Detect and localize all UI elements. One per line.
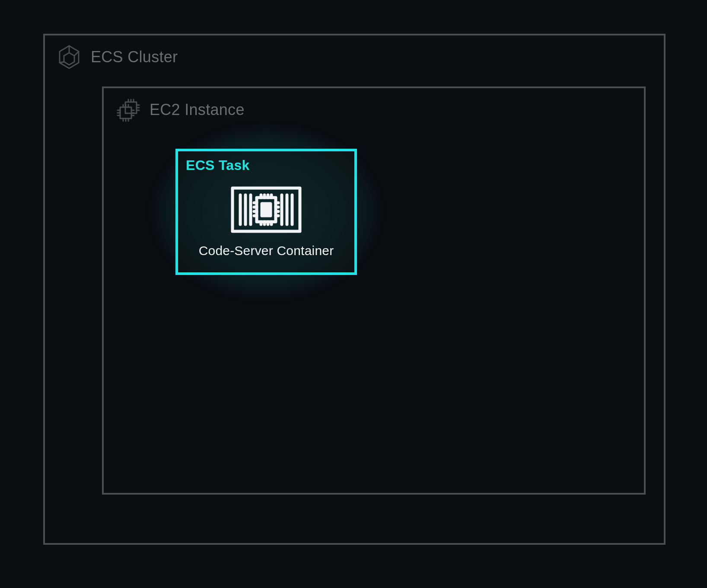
ecs-cluster-icon <box>55 43 83 71</box>
ecs-task-glow: ECS Task <box>175 149 357 275</box>
ecs-task-box: ECS Task <box>175 149 357 275</box>
ec2-instance-header: EC2 Instance <box>104 88 644 124</box>
svg-rect-28 <box>262 204 271 216</box>
container-label: Code-Server Container <box>199 243 334 258</box>
ecs-cluster-label: ECS Cluster <box>91 48 178 66</box>
container-barcode-icon <box>230 185 303 234</box>
ecs-cluster-header: ECS Cluster <box>45 35 664 71</box>
ec2-chip-icon <box>114 96 142 124</box>
ec2-instance-label: EC2 Instance <box>150 101 245 119</box>
ecs-task-label: ECS Task <box>178 151 354 173</box>
ecs-task-content: Code-Server Container <box>178 179 354 265</box>
